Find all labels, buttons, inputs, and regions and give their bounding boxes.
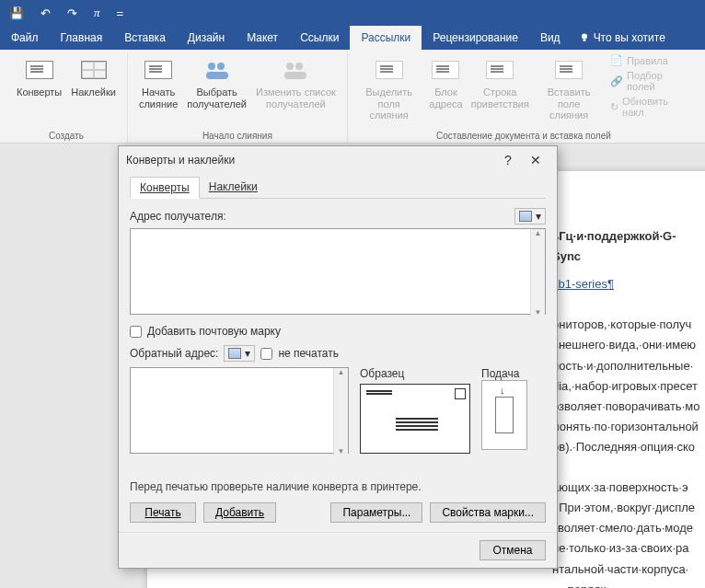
greeting-label: Строка приветствия bbox=[471, 86, 529, 110]
address-book-dropdown[interactable]: ▾ bbox=[514, 208, 546, 225]
highlight-fields-button: Выделить поля слияния bbox=[355, 53, 423, 123]
tab-file[interactable]: Файл bbox=[0, 26, 50, 50]
group-start-label: Начало слияния bbox=[202, 129, 272, 143]
rules-button: 📄Правила bbox=[607, 53, 692, 67]
no-print-input[interactable] bbox=[260, 348, 272, 360]
scroll-down-icon[interactable]: ▼ bbox=[338, 447, 345, 455]
dialog-title: Конверты и наклейки bbox=[126, 154, 235, 167]
save-icon[interactable]: 💾 bbox=[6, 5, 28, 22]
stamp-properties-button[interactable]: Свойства марки... bbox=[430, 502, 546, 523]
tab-mailings[interactable]: Рассылки bbox=[350, 26, 422, 50]
from-lines bbox=[366, 390, 392, 392]
close-button[interactable]: ✕ bbox=[522, 153, 549, 167]
equals-icon[interactable]: = bbox=[113, 5, 128, 22]
start-merge-label: Начать слияние bbox=[139, 86, 178, 110]
envelopes-label: Конверты bbox=[17, 86, 62, 98]
scrollbar[interactable]: ▲▼ bbox=[333, 368, 348, 455]
book-icon bbox=[228, 348, 241, 359]
greeting-line-button: Строка приветствия bbox=[468, 53, 531, 111]
update-icon: ↻ bbox=[610, 101, 618, 113]
group-create-label: Создать bbox=[49, 129, 84, 143]
sample-label: Образец bbox=[360, 367, 470, 380]
equation-icon[interactable]: π bbox=[90, 4, 104, 22]
insert-field-button: Вставить поле слияния bbox=[533, 53, 605, 123]
svg-rect-7 bbox=[284, 72, 306, 79]
svg-point-2 bbox=[208, 63, 215, 70]
match-fields-button: 🔗Подбор полей bbox=[607, 69, 692, 93]
no-print-checkbox[interactable]: не печатать bbox=[260, 347, 339, 360]
merge-icon bbox=[144, 61, 172, 79]
edit-recipients-label: Изменить список получателей bbox=[256, 86, 336, 110]
select-recipients-button[interactable]: Выбрать получателей bbox=[183, 53, 250, 111]
add-button[interactable]: Добавить bbox=[203, 502, 276, 523]
svg-point-5 bbox=[286, 63, 294, 70]
tab-view[interactable]: Вид bbox=[529, 26, 572, 50]
recipient-address-input[interactable] bbox=[130, 228, 546, 315]
tab-insert[interactable]: Вставка bbox=[113, 26, 177, 50]
book-icon bbox=[519, 211, 532, 222]
tab-layout[interactable]: Макет bbox=[236, 26, 289, 50]
scroll-up-icon[interactable]: ▲ bbox=[535, 229, 542, 237]
title-bar: 💾 ↶ ↷ π = bbox=[0, 0, 705, 26]
ribbon: Конверты Наклейки Создать Начать слияние… bbox=[0, 50, 705, 144]
feed-slot-icon bbox=[495, 397, 514, 433]
stamp-icon bbox=[455, 388, 466, 399]
svg-point-6 bbox=[295, 63, 303, 70]
svg-rect-4 bbox=[206, 72, 228, 79]
options-button[interactable]: Параметры... bbox=[330, 502, 422, 523]
add-postage-label: Добавить почтовую марку bbox=[147, 325, 281, 338]
add-postage-input[interactable] bbox=[130, 326, 142, 338]
edit-recipients-button: Изменить список получателей bbox=[252, 53, 340, 111]
labels-button[interactable]: Наклейки bbox=[67, 53, 120, 100]
doc-text: ов).·Последняя·опция·ско bbox=[552, 437, 690, 457]
group-create: Конверты Наклейки Создать bbox=[6, 53, 128, 143]
greeting-icon bbox=[486, 61, 514, 79]
tab-labels-dialog[interactable]: Наклейки bbox=[200, 177, 267, 198]
people-icon bbox=[202, 55, 232, 85]
insert-field-icon bbox=[555, 61, 583, 79]
svg-rect-1 bbox=[583, 40, 585, 41]
undo-icon[interactable]: ↶ bbox=[37, 5, 54, 22]
start-merge-button[interactable]: Начать слияние bbox=[135, 53, 181, 111]
scrollbar[interactable]: ▲▼ bbox=[530, 229, 545, 317]
return-address-label: Обратный адрес: bbox=[130, 347, 218, 360]
scroll-up-icon[interactable]: ▲ bbox=[338, 368, 345, 376]
envelopes-button[interactable]: Конверты bbox=[13, 53, 65, 100]
feed-preview[interactable] bbox=[481, 380, 527, 450]
doc-text: не·только·из-за·своих·ра bbox=[552, 538, 690, 559]
group-fields: Выделить поля слияния Блок адреса Строка… bbox=[348, 53, 699, 143]
svg-point-3 bbox=[217, 63, 225, 70]
doc-text: озволяет·поворачивать·мо bbox=[552, 397, 690, 417]
doc-heading: 4Гц·и·поддержкой·G-Sync bbox=[552, 226, 690, 267]
help-button[interactable]: ? bbox=[494, 153, 522, 167]
doc-link[interactable]: xb1-series¶ bbox=[552, 277, 614, 291]
scroll-down-icon[interactable]: ▼ bbox=[535, 308, 542, 317]
envelope-preview[interactable] bbox=[360, 384, 470, 454]
select-recipients-label: Выбрать получателей bbox=[187, 86, 247, 110]
doc-text: .·При·этом,·вокруг·диспле bbox=[552, 498, 690, 518]
doc-text: зволяет·смело·дать·моде bbox=[552, 518, 690, 538]
envelopes-labels-dialog: Конверты и наклейки ? ✕ Конверты Наклейк… bbox=[118, 145, 558, 569]
labels-label: Наклейки bbox=[71, 86, 116, 98]
tab-home[interactable]: Главная bbox=[50, 26, 114, 50]
tab-review[interactable]: Рецензирование bbox=[422, 26, 529, 50]
tell-me[interactable]: Что вы хотите bbox=[572, 26, 673, 50]
print-button[interactable]: Печать bbox=[130, 502, 196, 523]
doc-text: ониторов,·которые·получ bbox=[552, 315, 690, 335]
svg-point-0 bbox=[582, 34, 587, 40]
add-postage-checkbox[interactable]: Добавить почтовую марку bbox=[130, 325, 546, 338]
tab-references[interactable]: Ссылки bbox=[289, 26, 350, 50]
labels-icon bbox=[81, 61, 107, 79]
cancel-button[interactable]: Отмена bbox=[480, 540, 546, 560]
return-address-input[interactable] bbox=[130, 367, 349, 454]
tab-envelopes[interactable]: Конверты bbox=[130, 177, 200, 199]
group-fields-label: Составление документа и вставка полей bbox=[436, 129, 611, 143]
highlight-label: Выделить поля слияния bbox=[359, 86, 420, 121]
match-icon: 🔗 bbox=[610, 75, 623, 87]
redo-icon[interactable]: ↷ bbox=[64, 5, 81, 22]
address-block-button: Блок адреса bbox=[424, 53, 467, 111]
return-address-book-dropdown[interactable]: ▾ bbox=[224, 345, 255, 362]
tell-me-label: Что вы хотите bbox=[594, 31, 665, 44]
tab-design[interactable]: Дизайн bbox=[177, 26, 236, 50]
insert-field-label: Вставить поле слияния bbox=[537, 86, 601, 121]
